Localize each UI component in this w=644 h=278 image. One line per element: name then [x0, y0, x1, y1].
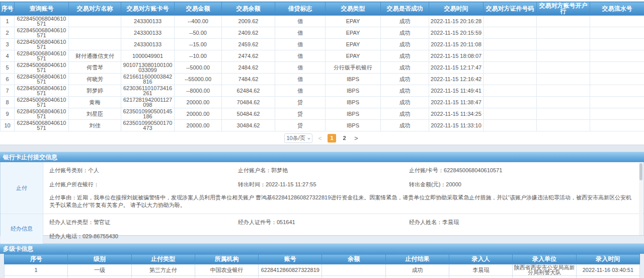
table-cell	[484, 50, 537, 62]
table-cell: 243300133	[121, 39, 175, 50]
table-cell: 4	[1, 50, 15, 62]
table-cell: 财付通微信支付	[69, 50, 121, 62]
table-cell	[484, 120, 537, 131]
table-cell: 借	[275, 85, 326, 97]
table-row: 56228450068040610571何雪琴90107130801001000…	[1, 62, 644, 74]
table-cell: 成功	[381, 74, 429, 85]
table-cell: 何雪琴	[69, 62, 121, 74]
table-cell	[484, 108, 537, 120]
table-cell: 1	[5, 264, 68, 276]
field-stop-card-number: 止付账/卡号：6228450068040610571	[409, 167, 636, 174]
table-cell: --5000.00	[175, 62, 222, 74]
table-cell: 7	[1, 85, 15, 97]
table-cell	[590, 97, 644, 108]
prev-page-button[interactable]: <	[316, 134, 324, 142]
field-transfer-time: 转出时间：2022-11-15 11:27:55	[238, 181, 409, 188]
table-cell: 二级	[68, 276, 131, 278]
field-stop-account-name: 止付账户名：郭梦艳	[238, 167, 409, 174]
column-header: 余额	[322, 254, 385, 264]
table-cell: IBPS	[326, 108, 381, 120]
table-row: 36228450068040610571243300133--15.002459…	[1, 39, 644, 50]
table-cell: --55000.00	[175, 74, 222, 85]
table-cell: 2	[1, 27, 15, 39]
table-cell: 2022-11-15 18:08:07	[429, 50, 484, 62]
stop-payment-row: 止付 止付账号类别：个人 止付账户名：郭梦艳 止付账/卡号：6228450068…	[1, 162, 643, 214]
table-cell: 62484.62	[222, 85, 275, 97]
table-cell: 成功	[381, 50, 429, 62]
table-cell: 6228450068040610571	[15, 120, 69, 131]
table-cell: 2	[5, 276, 68, 278]
field-handler-id-type: 经办人证件类型：警官证	[49, 219, 238, 226]
table-cell	[484, 16, 537, 27]
table-cell	[590, 62, 644, 74]
table-cell: 2022-11-15 20:16:28	[429, 16, 484, 27]
table-cell	[590, 27, 644, 39]
field-handler-id-number: 经办人证件号：051641	[238, 219, 409, 226]
table-cell: 10	[1, 120, 15, 131]
table-cell: 贷	[275, 108, 326, 120]
table-cell	[69, 16, 121, 27]
table-cell: EPAY	[326, 50, 381, 62]
table-cell: 中国农业银行	[195, 264, 258, 276]
table-cell	[590, 120, 644, 131]
table-cell: EPAY	[326, 16, 381, 27]
table-cell: 郭梦婷	[69, 85, 121, 97]
table-cell: IBPS	[326, 85, 381, 97]
handler-info-row: 经办信息 经办人证件类型：警官证 经办人证件号：051641 经办人姓名：李晨琨…	[1, 214, 643, 244]
table-cell: 2022-11-15 11:38:47	[429, 97, 484, 108]
table-cell: 何晓芳	[69, 74, 121, 85]
table-cell: 6228450068040610571	[15, 50, 69, 62]
table-cell: 刘佳	[69, 120, 121, 131]
table-cell: --8000.00	[175, 85, 222, 97]
table-cell: 第三方止付	[131, 276, 195, 278]
table-cell: 成功	[381, 16, 429, 27]
table-cell: IBPS	[326, 74, 381, 85]
table-cell: 2459.62	[222, 39, 275, 50]
field-stop-account-bank: 止付账户所在银行：	[49, 181, 238, 188]
table-cell: 70484.62	[222, 97, 275, 108]
table-cell: 贷	[275, 120, 326, 131]
table-cell: 6228450068040610571	[15, 39, 69, 50]
page-size-select[interactable]: 10条/页	[284, 133, 312, 143]
table-cell: 6235010990500170473	[121, 120, 175, 131]
table-cell: 2022-11-16 08:41:56	[576, 276, 639, 278]
table-cell	[590, 108, 644, 120]
scrollbar-thumb[interactable]	[639, 163, 642, 180]
section-divider	[0, 145, 644, 152]
stop-payment-fields: 止付账号类别：个人 止付账户名：郭梦艳 止付账/卡号：6228450068040…	[43, 162, 643, 214]
table-cell: 借	[275, 74, 326, 85]
column-header: 序号	[5, 254, 68, 264]
page-button-1[interactable]: 1	[328, 134, 336, 143]
table-row: 1一级第三方止付中国农业银行6228412860827322819成功李晨琨陕西…	[5, 264, 640, 276]
scrollbar[interactable]	[639, 163, 643, 235]
table-cell: 2484.62	[222, 62, 275, 74]
transactions-table: 序号查询账号交易对方名称交易对方账卡号交易金额交易余额借贷标志交易类型交易是否成…	[0, 2, 644, 131]
table-cell: 50484.62	[222, 108, 275, 120]
table-cell: 借	[275, 27, 326, 39]
table-row: 26228450068040610571243300133--50.002409…	[1, 27, 644, 39]
table-cell	[537, 74, 590, 85]
table-row: 76228450068040610571郭梦婷62303611010734162…	[1, 85, 644, 97]
table-cell: 2474.62	[222, 50, 275, 62]
table-cell: 6228450068040610571	[15, 85, 69, 97]
field-stop-account-type: 止付账号类别：个人	[49, 167, 238, 174]
next-page-button[interactable]: >	[353, 134, 360, 142]
table-cell	[537, 108, 590, 120]
table-cell	[484, 39, 537, 50]
column-header: 交易时间	[429, 2, 484, 16]
stop-payment-row-label: 止付	[1, 162, 43, 214]
table-cell: 成功	[381, 62, 429, 74]
table-cell: 成功	[385, 264, 449, 276]
table-cell: 9	[1, 108, 15, 120]
table-cell: 6228450068040610571	[15, 108, 69, 120]
stop-payment-info-box: 止付 止付账号类别：个人 止付账户名：郭梦艳 止付账/卡号：6228450068…	[0, 162, 644, 236]
table-cell: 6228450068040610571	[15, 27, 69, 39]
table-row: 2二级第三方止付6235010990500170473成功李晨琨2022-11-…	[5, 276, 640, 278]
page-button-2[interactable]: 2	[340, 134, 349, 143]
table-cell: 9010713080100100033099	[121, 62, 175, 74]
handler-row-label: 经办信息	[1, 214, 43, 244]
table-cell: 6230361101073416261	[121, 85, 175, 97]
table-cell: 李晨琨	[449, 276, 513, 278]
table-cell	[69, 39, 121, 50]
column-header: 所属机构	[195, 254, 258, 264]
